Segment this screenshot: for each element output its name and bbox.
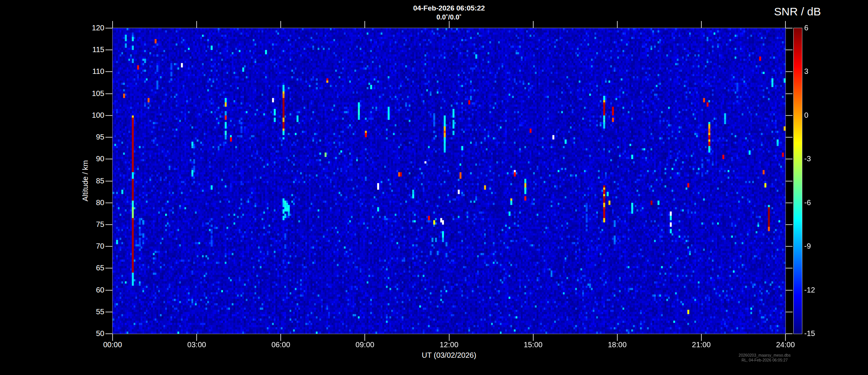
y-axis-tick	[105, 202, 113, 203]
x-axis-tick-top	[701, 21, 702, 28]
y-axis-tick-right	[785, 93, 793, 94]
y-axis-tick	[105, 93, 113, 94]
x-tick-label: 12:00	[432, 340, 466, 349]
x-tick-label: 09:00	[348, 340, 382, 349]
y-axis-tick-right	[785, 290, 793, 291]
x-axis-tick-top	[280, 21, 281, 28]
x-axis-tick	[364, 334, 365, 341]
y-tick-label: 95	[82, 133, 104, 141]
y-axis-tick	[105, 290, 113, 291]
y-tick-label: 115	[82, 45, 104, 54]
y-axis-tick-right	[785, 333, 793, 334]
y-axis-tick-right	[785, 202, 793, 203]
colorbar	[793, 28, 802, 334]
footer-annotation: 20260203_maarsy_meso.dbs RL, 04-Feb-2026…	[736, 353, 794, 362]
radar-snr-plot-window: 04-Feb-2026 06:05:22 0.0˚/0.0˚ SNR / dB …	[0, 0, 868, 375]
y-axis-tick	[105, 312, 113, 312]
x-axis-tick	[533, 334, 534, 341]
plot-subtitle: 0.0˚/0.0˚	[113, 13, 785, 22]
x-axis-tick-top	[449, 21, 450, 28]
y-tick-label: 50	[82, 329, 104, 338]
x-axis-tick	[449, 334, 450, 341]
snr-heatmap-canvas	[113, 28, 785, 334]
y-axis-tick	[105, 137, 113, 138]
x-axis-tick	[785, 334, 786, 341]
x-axis-tick-top	[364, 21, 365, 28]
y-axis-tick	[105, 71, 113, 72]
y-axis-tick-right	[785, 28, 793, 28]
y-axis-tick-right	[785, 71, 793, 72]
y-axis-tick	[105, 159, 113, 159]
y-axis-tick	[105, 115, 113, 116]
y-axis-tick-right	[785, 181, 793, 182]
x-axis-tick-top	[617, 21, 618, 28]
x-axis-tick	[701, 334, 702, 341]
title-block: 04-Feb-2026 06:05:22 0.0˚/0.0˚	[113, 4, 785, 22]
y-axis-tick-right	[785, 246, 793, 247]
x-axis-tick	[617, 334, 618, 341]
x-tick-label: 18:00	[600, 340, 634, 349]
footer-file-label: 20260203_maarsy_meso.dbs	[736, 353, 794, 358]
x-tick-label: 15:00	[516, 340, 550, 349]
y-axis-label: Altitude / km	[81, 160, 90, 201]
y-tick-label: 60	[82, 286, 104, 294]
x-axis-tick-top	[112, 21, 113, 28]
y-axis-tick	[105, 333, 113, 334]
colorbar-tick-label: -15	[804, 329, 827, 338]
y-tick-label: 120	[82, 24, 104, 32]
x-tick-label: 21:00	[684, 340, 718, 349]
y-axis-tick-right	[785, 224, 793, 225]
y-axis-tick-right	[785, 50, 793, 50]
y-tick-label: 100	[82, 111, 104, 120]
heatmap-plot-area	[112, 28, 786, 334]
y-tick-label: 110	[82, 67, 104, 76]
y-tick-label: 55	[82, 308, 104, 316]
x-tick-label: 00:00	[96, 340, 129, 349]
colorbar-tick-label: 3	[804, 67, 827, 76]
x-tick-label: 06:00	[264, 340, 298, 349]
y-axis-tick	[105, 246, 113, 247]
y-axis-tick	[105, 224, 113, 225]
x-axis-tick-top	[533, 21, 534, 28]
x-axis-tick	[280, 334, 281, 341]
y-axis-tick-right	[785, 268, 793, 268]
colorbar-tick-label: -9	[804, 242, 827, 250]
colorbar-tick-label: -12	[804, 286, 827, 294]
y-axis-tick	[105, 50, 113, 50]
y-axis-tick	[105, 181, 113, 182]
y-axis-tick	[105, 268, 113, 268]
x-tick-label: 24:00	[769, 340, 802, 349]
x-axis-tick	[196, 334, 197, 341]
y-axis-tick-right	[785, 312, 793, 312]
colorbar-tick-label: 0	[804, 111, 827, 120]
y-axis-tick	[105, 28, 113, 28]
x-axis-tick-top	[196, 21, 197, 28]
y-axis-tick-right	[785, 159, 793, 159]
x-tick-label: 03:00	[180, 340, 214, 349]
footer-timestamp-label: RL, 04-Feb-2026 06:05:27	[736, 358, 794, 363]
x-axis-tick	[112, 334, 113, 341]
y-tick-label: 105	[82, 89, 104, 98]
y-axis-tick-right	[785, 137, 793, 138]
x-axis-label: UT (03/02/2026)	[113, 351, 785, 360]
colorbar-tick-label: -6	[804, 198, 827, 207]
y-axis-tick-right	[785, 115, 793, 116]
colorbar-tick-label: 6	[804, 24, 827, 32]
colorbar-title: SNR / dB	[764, 5, 831, 18]
colorbar-canvas	[794, 28, 802, 334]
colorbar-tick-label: -3	[804, 154, 827, 163]
y-tick-label: 70	[82, 242, 104, 250]
y-tick-label: 75	[82, 220, 104, 229]
plot-title: 04-Feb-2026 06:05:22	[113, 4, 785, 13]
x-axis-tick-top	[785, 21, 786, 28]
y-tick-label: 65	[82, 264, 104, 272]
